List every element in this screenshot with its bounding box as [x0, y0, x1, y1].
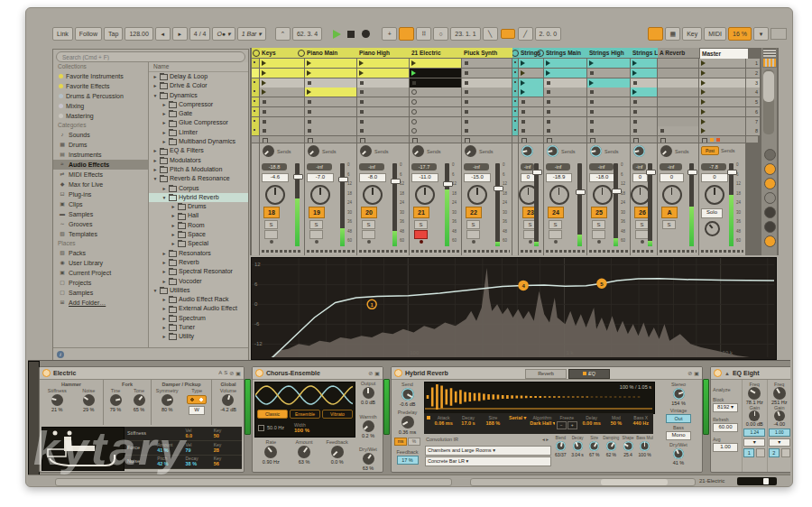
table-cell[interactable]: Decay38 %	[185, 455, 213, 468]
clip-slot[interactable]	[252, 88, 259, 97]
arrangement-record-button[interactable]	[362, 30, 370, 38]
clip-slot[interactable]	[631, 69, 657, 78]
stop-all-clips-cell[interactable]	[512, 136, 518, 143]
clip-slot[interactable]	[631, 97, 657, 106]
sidebar-item-plug-ins[interactable]: ⊡Plug-ins	[53, 189, 148, 199]
clip-slot[interactable]	[519, 97, 543, 106]
clip-slot[interactable]	[357, 107, 409, 116]
volume-fader[interactable]	[729, 163, 734, 246]
clip-slot[interactable]	[512, 78, 518, 88]
param-value[interactable]: 188 %	[481, 420, 505, 426]
param-knob[interactable]	[623, 441, 633, 451]
tree-item-space[interactable]: ►Space	[149, 230, 248, 239]
scrollbar-handle[interactable]	[763, 71, 774, 102]
clip-slot[interactable]	[699, 69, 745, 78]
solo-button[interactable]: S	[362, 220, 375, 229]
cpu-dropdown[interactable]: ▾	[753, 27, 769, 41]
computer-midi-keyboard-button[interactable]: ▦	[665, 27, 680, 41]
param-value[interactable]: -4.2 dB	[220, 407, 236, 412]
param-value[interactable]: 0.0 dB	[355, 400, 381, 405]
stop-all-clips-cell[interactable]	[462, 136, 512, 143]
clip-slot[interactable]	[631, 59, 657, 68]
tree-item-room[interactable]: ►Room	[149, 221, 248, 230]
tree-item-tuner[interactable]: ►Tuner	[149, 323, 248, 332]
freq-knob[interactable]	[748, 387, 761, 400]
clip-slot[interactable]	[305, 126, 356, 135]
mixer-section-toggle-5[interactable]	[764, 221, 776, 233]
param-knob[interactable]	[363, 453, 374, 465]
param-knob[interactable]	[606, 441, 616, 451]
clip-slot[interactable]	[410, 117, 461, 126]
clip-slot[interactable]	[699, 117, 745, 126]
arm-button[interactable]	[592, 230, 605, 239]
clip-slot[interactable]	[357, 88, 409, 97]
sidebar-item-instruments[interactable]: ▤Instruments	[53, 150, 148, 160]
bass-mono-toggle[interactable]: Mono	[666, 431, 691, 440]
cell-value[interactable]: 42 %	[157, 461, 185, 466]
collection-item-0[interactable]: Favorite Instruments	[53, 71, 148, 81]
block-field[interactable]: 8192 ▾	[713, 403, 738, 412]
volume-value-field[interactable]: 0	[660, 173, 684, 182]
solo-button[interactable]: S	[592, 220, 605, 229]
param-value[interactable]: 65 %	[134, 407, 145, 412]
overdub-button[interactable]: +	[382, 27, 397, 41]
punch-out-button[interactable]: ╱	[518, 27, 533, 41]
track-activator-button[interactable]: 21	[413, 207, 429, 218]
type-value[interactable]: W	[189, 406, 205, 415]
band-edit-toggle[interactable]	[781, 448, 790, 457]
tree-item-external-audio-effect[interactable]: ►External Audio Effect	[149, 304, 248, 313]
volume-value-field[interactable]: -7.0	[307, 173, 334, 182]
stop-all-clips-cell[interactable]	[519, 136, 543, 143]
analyze-toggle[interactable]: Analyze	[713, 387, 740, 392]
param-knob[interactable]	[573, 441, 583, 451]
param-knob[interactable]	[331, 446, 344, 458]
param-knob[interactable]	[589, 441, 599, 451]
scene-stop-cell[interactable]	[746, 136, 758, 143]
pan-knob[interactable]	[662, 185, 682, 205]
time-signature-field[interactable]: 4 / 4	[189, 27, 211, 41]
track-header-21-electric[interactable]: 21 Electric	[410, 48, 463, 58]
reverb-enable-toggle[interactable]	[427, 416, 430, 419]
clip-slot[interactable]	[410, 107, 461, 116]
track-header-strings-main[interactable]: Strings Main	[544, 48, 588, 58]
avg-field[interactable]: 1.00	[713, 443, 738, 452]
send-knob[interactable]	[465, 145, 476, 157]
clip-slot[interactable]	[357, 69, 409, 78]
dry-wet-value[interactable]: 41 %	[655, 460, 702, 466]
clip-slot[interactable]	[260, 126, 304, 135]
param-value[interactable]: 21 %	[48, 407, 67, 412]
session-record-button[interactable]: ○	[433, 27, 448, 41]
volume-fader[interactable]	[577, 163, 582, 246]
tree-item-drums[interactable]: ►Drums	[149, 202, 248, 211]
table-cell[interactable]: Key56	[214, 455, 242, 468]
band-enable-toggle[interactable]: 1	[743, 448, 754, 457]
tree-item-gate[interactable]: ►Gate	[149, 109, 248, 118]
clip-slot[interactable]	[512, 117, 518, 126]
volume-value-field[interactable]: -4.6	[262, 173, 289, 182]
track-activator-button[interactable]: 25	[591, 207, 607, 218]
param-value[interactable]: 440 Hz	[629, 420, 653, 426]
param-knob[interactable]	[134, 394, 145, 406]
param-value[interactable]: 63 %	[288, 459, 321, 465]
tree-item-spectral-resonator[interactable]: ►Spectral Resonator	[149, 267, 248, 276]
volume-fader[interactable]	[534, 163, 539, 246]
filter-type-dropdown[interactable]: ▾	[743, 438, 765, 447]
sidebar-item-sounds[interactable]: ♪Sounds	[53, 130, 148, 140]
param-knob[interactable]	[556, 441, 566, 451]
tree-item-spectrum[interactable]: ►Spectrum	[149, 314, 248, 323]
volume-value-field[interactable]: 0	[701, 173, 728, 182]
tree-item-hall[interactable]: ►Hall	[149, 211, 248, 220]
clip-slot[interactable]	[260, 107, 304, 116]
clip-slot[interactable]	[658, 88, 698, 97]
nudge-down-button[interactable]: ◂	[155, 27, 171, 41]
scroll-handle[interactable]	[601, 479, 668, 485]
param-knob[interactable]	[83, 394, 95, 406]
clip-slot[interactable]	[699, 88, 745, 97]
clip-slot[interactable]	[305, 107, 356, 116]
feedback-value[interactable]: 17 %	[397, 456, 419, 465]
volume-value-field[interactable]: -11.0	[411, 173, 438, 182]
tree-item-eq-filters[interactable]: ►EQ & Filters	[149, 146, 248, 155]
clip-slot[interactable]	[519, 69, 543, 78]
clip-slot[interactable]	[512, 107, 518, 116]
place-item-5[interactable]: ⊞Add Folder…	[53, 298, 148, 308]
